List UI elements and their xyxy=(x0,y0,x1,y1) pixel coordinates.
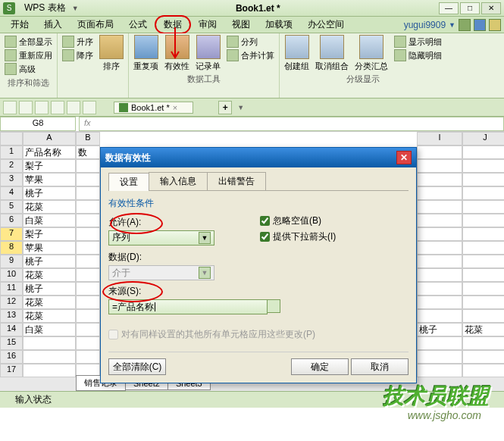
menu-addons[interactable]: 加载项 xyxy=(258,17,300,33)
cancel-button[interactable]: 取消 xyxy=(351,358,409,375)
hide-detail-button[interactable]: 隐藏明细 xyxy=(394,48,442,62)
row-header[interactable]: 13 xyxy=(0,309,23,323)
cell[interactable] xyxy=(23,336,76,350)
cell[interactable] xyxy=(76,309,100,323)
select-all-corner[interactable] xyxy=(0,132,23,145)
cell[interactable]: 桃子 xyxy=(417,323,462,336)
menu-start[interactable]: 开始 xyxy=(3,17,36,33)
ok-button[interactable]: 确定 xyxy=(291,358,349,375)
qat-open-icon[interactable] xyxy=(19,101,33,114)
allow-dropdown[interactable]: 序列 ▼ xyxy=(108,230,214,246)
row-header[interactable]: 2 xyxy=(0,159,23,173)
cell[interactable]: 花菜 xyxy=(23,268,76,282)
source-input[interactable]: =产品名称 xyxy=(108,299,268,314)
row-header[interactable]: 7 xyxy=(0,227,23,241)
cell[interactable] xyxy=(417,200,462,214)
cell[interactable] xyxy=(417,159,462,173)
cell[interactable] xyxy=(417,145,462,159)
formula-input[interactable]: fx xyxy=(79,117,504,131)
cell[interactable] xyxy=(76,255,100,268)
tab-menu-icon[interactable]: ▼ xyxy=(237,104,244,111)
cell[interactable] xyxy=(23,364,76,377)
home-icon[interactable] xyxy=(459,19,471,31)
row-header[interactable]: 3 xyxy=(0,173,23,186)
cell[interactable]: 花菜 xyxy=(23,296,76,309)
cell[interactable]: 花菜 xyxy=(23,200,76,214)
cell[interactable]: 桃子 xyxy=(23,186,76,200)
reapply-button[interactable]: 重新应用 xyxy=(5,48,52,62)
cell[interactable] xyxy=(23,350,76,364)
ignore-blank-checkbox[interactable]: 忽略空值(B) xyxy=(260,214,336,227)
col-header-a[interactable]: A xyxy=(23,132,76,145)
cell[interactable] xyxy=(417,296,462,309)
qat-redo-icon[interactable] xyxy=(83,101,96,114)
name-box[interactable]: G8 xyxy=(0,117,76,131)
cell[interactable] xyxy=(462,350,504,364)
row-header[interactable]: 4 xyxy=(0,186,23,200)
menu-view[interactable]: 视图 xyxy=(224,17,258,33)
cell[interactable] xyxy=(76,227,100,241)
menu-formula[interactable]: 公式 xyxy=(121,17,155,33)
cell[interactable] xyxy=(462,159,504,173)
show-all-button[interactable]: 全部显示 xyxy=(5,35,52,48)
duplicates-button[interactable]: 重复项 xyxy=(133,35,158,72)
row-header[interactable]: 1 xyxy=(0,145,23,159)
close-tab-icon[interactable]: × xyxy=(173,103,177,112)
row-header[interactable]: 5 xyxy=(0,200,23,214)
merge-calc-button[interactable]: 合并计算 xyxy=(227,48,274,62)
row-header[interactable]: 8 xyxy=(0,241,23,255)
row-header[interactable]: 16 xyxy=(0,350,23,364)
dialog-close-button[interactable]: ✕ xyxy=(396,151,412,164)
qat-new-icon[interactable] xyxy=(3,101,17,114)
cell[interactable] xyxy=(417,241,462,255)
cell[interactable]: 花菜 xyxy=(23,309,76,323)
cell[interactable] xyxy=(76,214,100,227)
tab-settings[interactable]: 设置 xyxy=(108,173,149,191)
cell[interactable] xyxy=(462,364,504,377)
cell[interactable]: 数 xyxy=(76,145,100,159)
col-header-i[interactable]: I xyxy=(417,132,462,145)
col-header-b[interactable]: B xyxy=(76,132,100,145)
cell[interactable] xyxy=(417,173,462,186)
validation-button[interactable]: 有效性 xyxy=(164,35,189,72)
cell[interactable] xyxy=(462,309,504,323)
row-header[interactable]: 6 xyxy=(0,214,23,227)
row-header[interactable]: 15 xyxy=(0,336,23,350)
help-icon[interactable] xyxy=(489,19,501,31)
range-picker-button[interactable] xyxy=(267,299,280,313)
cell[interactable] xyxy=(76,282,100,296)
menu-review[interactable]: 审阅 xyxy=(191,17,224,33)
cell[interactable] xyxy=(76,173,100,186)
doc-icon[interactable] xyxy=(474,19,486,31)
row-header[interactable]: 17 xyxy=(0,364,23,377)
cell[interactable]: 苹果 xyxy=(23,241,76,255)
row-header[interactable]: 14 xyxy=(0,323,23,336)
cell[interactable] xyxy=(462,282,504,296)
cell[interactable]: 桃子 xyxy=(23,282,76,296)
cell[interactable]: 白菜 xyxy=(23,214,76,227)
username[interactable]: yugui9909 xyxy=(404,20,446,30)
cell[interactable] xyxy=(462,241,504,255)
cell[interactable] xyxy=(462,336,504,350)
cell[interactable] xyxy=(76,350,100,364)
close-window-button[interactable]: ✕ xyxy=(481,2,501,14)
cell[interactable] xyxy=(417,227,462,241)
cell[interactable] xyxy=(76,159,100,173)
sort-desc-button[interactable]: 降序 xyxy=(62,48,93,62)
cell[interactable] xyxy=(76,241,100,255)
row-header[interactable]: 10 xyxy=(0,268,23,282)
cell[interactable] xyxy=(462,227,504,241)
cell[interactable] xyxy=(76,296,100,309)
create-group-button[interactable]: 创建组 xyxy=(284,35,309,72)
cell[interactable] xyxy=(76,323,100,336)
sort-asc-button[interactable]: 升序 xyxy=(62,35,93,48)
cell[interactable] xyxy=(417,255,462,268)
cell[interactable]: 产品名称 xyxy=(23,145,76,159)
row-header[interactable]: 12 xyxy=(0,296,23,309)
advanced-button[interactable]: 高级 xyxy=(5,62,52,76)
maximize-button[interactable]: □ xyxy=(460,2,480,14)
dropdown-arrow-checkbox[interactable]: 提供下拉箭头(I) xyxy=(260,230,336,243)
show-detail-button[interactable]: 显示明细 xyxy=(394,35,442,48)
cell[interactable] xyxy=(76,186,100,200)
tab-input-message[interactable]: 输入信息 xyxy=(149,172,208,190)
